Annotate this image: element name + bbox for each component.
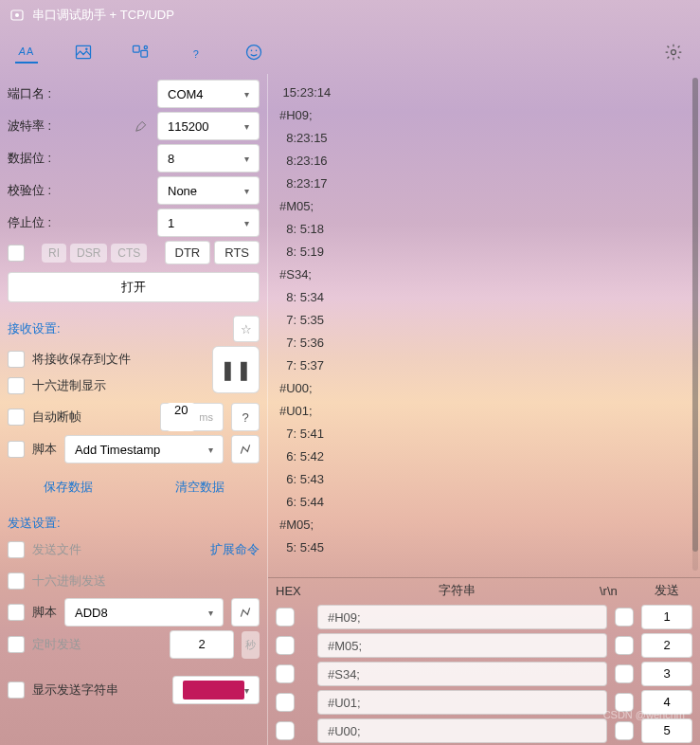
databits-label: 数据位 : bbox=[8, 150, 61, 167]
port-name-select[interactable]: COM4 ▾ bbox=[157, 80, 260, 108]
timed-value-input[interactable]: 2 bbox=[170, 630, 234, 659]
terminal-line: 7: 5:41 bbox=[279, 423, 689, 445]
chevron-down-icon: ▾ bbox=[244, 89, 249, 100]
window-title: 串口调试助手 + TCP/UDP bbox=[32, 7, 174, 24]
ext-cmd-button[interactable]: 扩展命令 bbox=[210, 536, 260, 564]
recv-script-select[interactable]: Add Timestamp ▾ bbox=[64, 435, 224, 463]
hex-checkbox[interactable] bbox=[276, 693, 295, 712]
rn-header: \r\n bbox=[600, 584, 634, 598]
terminal-line: 8:23:16 bbox=[279, 150, 689, 173]
send-text-input[interactable] bbox=[317, 633, 607, 658]
send-text-input[interactable] bbox=[317, 662, 607, 686]
send-button[interactable]: 4 bbox=[641, 690, 692, 715]
help-autobreak-button[interactable]: ? bbox=[231, 403, 260, 431]
timed-send-checkbox[interactable] bbox=[8, 636, 25, 653]
edit-recv-script-button[interactable] bbox=[231, 435, 260, 463]
auto-break-checkbox[interactable] bbox=[8, 409, 25, 426]
rn-checkbox[interactable] bbox=[615, 693, 634, 712]
parity-select[interactable]: None ▾ bbox=[157, 176, 260, 205]
help-tool-icon[interactable]: ? bbox=[186, 41, 208, 64]
send-button[interactable]: 5 bbox=[641, 718, 692, 743]
pause-button[interactable]: ❚❚ bbox=[212, 346, 260, 393]
send-script-checkbox[interactable] bbox=[8, 604, 25, 621]
svg-rect-7 bbox=[141, 50, 148, 57]
svg-text:A: A bbox=[27, 45, 34, 57]
signal-checkbox[interactable] bbox=[8, 245, 25, 262]
baud-select[interactable]: 115200 ▾ bbox=[157, 112, 260, 140]
terminal-line: 6: 5:42 bbox=[279, 445, 689, 468]
dtr-button[interactable]: DTR bbox=[165, 241, 211, 264]
hex-checkbox[interactable] bbox=[276, 636, 295, 655]
send-row: 1 bbox=[268, 603, 700, 631]
rts-button[interactable]: RTS bbox=[214, 241, 260, 264]
terminal-output[interactable]: 15:23:14#H09; 8:23:15 8:23:16 8:23:17#M0… bbox=[268, 74, 700, 577]
terminal-line: 7: 5:37 bbox=[279, 354, 689, 377]
chevron-down-icon: ▾ bbox=[244, 186, 249, 196]
recv-section-title: 接收设置: ☆ bbox=[8, 316, 260, 342]
hex-checkbox[interactable] bbox=[276, 721, 295, 740]
parity-label: 校验位 : bbox=[8, 182, 61, 199]
svg-point-8 bbox=[144, 45, 147, 48]
show-tx-checkbox[interactable] bbox=[8, 681, 25, 699]
send-script-label: 脚本 bbox=[32, 604, 57, 621]
save-to-file-label: 将接收保存到文件 bbox=[32, 351, 131, 368]
rn-checkbox[interactable] bbox=[615, 636, 634, 655]
hex-display-label: 十六进制显示 bbox=[32, 377, 106, 394]
hex-display-checkbox[interactable] bbox=[8, 377, 25, 394]
svg-point-10 bbox=[247, 45, 261, 60]
rn-checkbox[interactable] bbox=[615, 664, 634, 683]
terminal-line: 8: 5:19 bbox=[279, 241, 689, 263]
favorite-button[interactable]: ☆ bbox=[233, 316, 260, 342]
hex-header: HEX bbox=[276, 584, 314, 598]
send-script-select[interactable]: ADD8 ▾ bbox=[64, 598, 224, 627]
terminal-line: #U01; bbox=[279, 400, 689, 423]
terminal-line: 8: 5:18 bbox=[279, 218, 689, 241]
port-name-label: 端口名 : bbox=[8, 85, 61, 102]
hex-send-checkbox[interactable] bbox=[8, 572, 25, 590]
rn-checkbox[interactable] bbox=[615, 608, 634, 627]
svg-point-1 bbox=[15, 13, 19, 17]
svg-point-13 bbox=[672, 50, 676, 55]
rn-checkbox[interactable] bbox=[615, 721, 634, 740]
send-text-input[interactable] bbox=[317, 718, 607, 743]
terminal-line: 7: 5:35 bbox=[279, 309, 689, 332]
settings-tool-icon[interactable] bbox=[662, 41, 685, 64]
app-icon bbox=[9, 8, 25, 23]
auto-break-input[interactable]: 20 bbox=[167, 403, 195, 431]
svg-text:A: A bbox=[18, 45, 26, 57]
chevron-down-icon: ▾ bbox=[208, 445, 213, 455]
clear-data-button[interactable]: 清空数据 bbox=[175, 473, 224, 501]
databits-select[interactable]: 8 ▾ bbox=[157, 144, 260, 173]
send-file-checkbox[interactable] bbox=[8, 541, 25, 558]
send-file-label: 发送文件 bbox=[32, 541, 81, 558]
save-data-button[interactable]: 保存数据 bbox=[44, 473, 93, 501]
color-select[interactable]: ▾ bbox=[172, 676, 260, 704]
hex-checkbox[interactable] bbox=[276, 608, 295, 627]
font-tool-icon[interactable]: AA bbox=[15, 41, 38, 64]
chevron-down-icon: ▾ bbox=[244, 154, 249, 164]
emoji-tool-icon[interactable] bbox=[242, 41, 265, 64]
terminal-line: 15:23:14 bbox=[279, 82, 689, 104]
send-button[interactable]: 1 bbox=[641, 605, 692, 629]
timed-send-label: 定时发送 bbox=[32, 636, 81, 653]
open-port-button[interactable]: 打开 bbox=[8, 272, 260, 302]
scrollbar-thumb[interactable] bbox=[692, 78, 698, 552]
send-button[interactable]: 2 bbox=[641, 633, 692, 658]
hex-checkbox[interactable] bbox=[276, 664, 295, 683]
edit-send-script-button[interactable] bbox=[231, 598, 260, 627]
chevron-down-icon: ▾ bbox=[244, 685, 249, 696]
svg-rect-6 bbox=[134, 45, 140, 52]
edit-baud-icon[interactable] bbox=[135, 119, 148, 133]
toolbar: AA ? bbox=[0, 30, 700, 74]
devices-tool-icon[interactable] bbox=[129, 41, 152, 64]
send-text-input[interactable] bbox=[317, 605, 607, 629]
stopbits-select[interactable]: 1 ▾ bbox=[157, 209, 260, 237]
send-button[interactable]: 3 bbox=[641, 662, 692, 686]
send-text-input[interactable] bbox=[317, 690, 607, 715]
image-tool-icon[interactable] bbox=[72, 41, 95, 64]
chevron-down-icon: ▾ bbox=[244, 218, 249, 228]
recv-script-checkbox[interactable] bbox=[8, 441, 25, 458]
terminal-line: 8:23:15 bbox=[279, 127, 689, 150]
save-to-file-checkbox[interactable] bbox=[8, 351, 25, 368]
recv-script-label: 脚本 bbox=[32, 441, 57, 458]
